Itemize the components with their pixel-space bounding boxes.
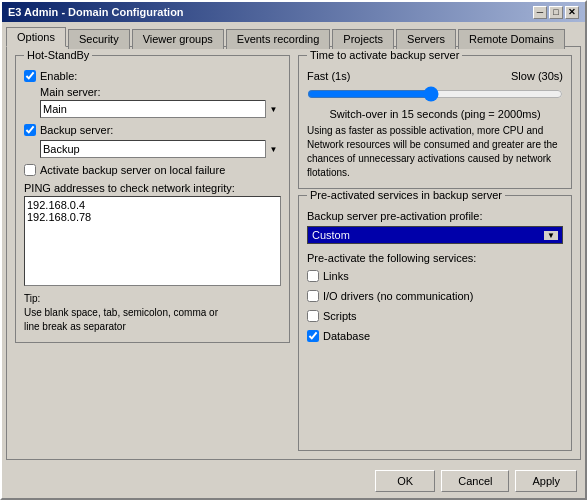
main-window: E3 Admin - Domain Configuration ─ □ ✕ Op… [0, 0, 587, 500]
time-slider[interactable] [307, 86, 563, 102]
service-scripts-checkbox[interactable] [307, 310, 319, 322]
profile-dropdown-arrow: ▼ [544, 231, 558, 240]
tab-remote-domains[interactable]: Remote Domains [458, 29, 565, 49]
maximize-button[interactable]: □ [549, 6, 563, 19]
tab-viewer-groups[interactable]: Viewer groups [132, 29, 224, 49]
service-io-label: I/O drivers (no communication) [323, 290, 473, 302]
service-database-label: Database [323, 330, 370, 342]
services-label: Pre-activate the following services: [307, 252, 563, 264]
title-bar: E3 Admin - Domain Configuration ─ □ ✕ [2, 2, 585, 22]
enable-checkbox[interactable] [24, 70, 36, 82]
tab-servers[interactable]: Servers [396, 29, 456, 49]
service-scripts-row: Scripts [307, 310, 563, 322]
service-links-checkbox[interactable] [307, 270, 319, 282]
tip-body: Use blank space, tab, semicolon, comma o… [24, 307, 218, 332]
profile-label: Backup server pre-activation profile: [307, 210, 563, 222]
tab-events-recording[interactable]: Events recording [226, 29, 331, 49]
main-server-select-wrapper: Main ▼ [40, 100, 281, 118]
service-database-row: Database [307, 330, 563, 342]
service-scripts-label: Scripts [323, 310, 357, 322]
profile-value: Custom [312, 229, 350, 241]
ping-label: PING addresses to check network integrit… [24, 182, 281, 194]
tab-content: Hot-StandBy Enable: Main server: Main ▼ [6, 46, 581, 460]
backup-server-label: Backup server: [40, 124, 113, 136]
preactivated-label: Pre-activated services in backup server [307, 189, 505, 201]
ping-textarea[interactable]: 192.168.0.4 192.168.0.78 [24, 196, 281, 286]
enable-label: Enable: [40, 70, 77, 82]
activate-backup-checkbox[interactable] [24, 164, 36, 176]
main-server-label: Main server: [40, 86, 281, 98]
tabs-bar: Options Security Viewer groups Events re… [2, 22, 585, 46]
bottom-bar: OK Cancel Apply [2, 464, 585, 498]
main-server-section: Main server: Main ▼ [24, 86, 281, 118]
tab-projects[interactable]: Projects [332, 29, 394, 49]
info-text: Using as faster as possible activation, … [307, 124, 563, 180]
profile-select-container: Custom ▼ [307, 226, 563, 244]
time-group-label: Time to activate backup server [307, 49, 462, 61]
service-io-row: I/O drivers (no communication) [307, 290, 563, 302]
enable-row: Enable: [24, 70, 281, 82]
slider-container [307, 86, 563, 104]
fast-label: Fast (1s) [307, 70, 350, 82]
tab-security[interactable]: Security [68, 29, 130, 49]
backup-server-section: Backup ▼ [24, 140, 281, 158]
close-button[interactable]: ✕ [565, 6, 579, 19]
backup-server-select[interactable]: Backup [40, 140, 281, 158]
apply-button[interactable]: Apply [515, 470, 577, 492]
minimize-button[interactable]: ─ [533, 6, 547, 19]
left-panel: Hot-StandBy Enable: Main server: Main ▼ [15, 55, 290, 451]
service-links-row: Links [307, 270, 563, 282]
ping-textarea-wrapper: 192.168.0.4 192.168.0.78 [24, 196, 281, 288]
tab-options[interactable]: Options [6, 27, 66, 47]
cancel-button[interactable]: Cancel [441, 470, 509, 492]
services-list: Links I/O drivers (no communication) Scr… [307, 270, 563, 346]
backup-server-row: Backup server: [24, 124, 281, 136]
main-server-select[interactable]: Main [40, 100, 281, 118]
service-links-label: Links [323, 270, 349, 282]
backup-server-select-wrapper: Backup ▼ [40, 140, 281, 158]
hotstandby-group: Hot-StandBy Enable: Main server: Main ▼ [15, 55, 290, 343]
window-title: E3 Admin - Domain Configuration [8, 6, 184, 18]
activate-backup-row: Activate backup server on local failure [24, 164, 281, 176]
service-database-checkbox[interactable] [307, 330, 319, 342]
right-panel: Time to activate backup server Fast (1s)… [298, 55, 572, 451]
tip-section: Tip: Use blank space, tab, semicolon, co… [24, 292, 281, 334]
hotstandby-label: Hot-StandBy [24, 49, 92, 61]
preactivated-group: Pre-activated services in backup server … [298, 195, 572, 451]
ping-section: PING addresses to check network integrit… [24, 182, 281, 288]
backup-server-checkbox[interactable] [24, 124, 36, 136]
ok-button[interactable]: OK [375, 470, 435, 492]
activate-backup-label: Activate backup server on local failure [40, 164, 225, 176]
tip-title: Tip: [24, 293, 40, 304]
time-group: Time to activate backup server Fast (1s)… [298, 55, 572, 189]
profile-select-display[interactable]: Custom ▼ [307, 226, 563, 244]
slider-labels-row: Fast (1s) Slow (30s) [307, 70, 563, 82]
switch-text: Switch-over in 15 seconds (ping = 2000ms… [307, 108, 563, 120]
slow-label: Slow (30s) [511, 70, 563, 82]
service-io-checkbox[interactable] [307, 290, 319, 302]
title-bar-buttons: ─ □ ✕ [533, 6, 579, 19]
